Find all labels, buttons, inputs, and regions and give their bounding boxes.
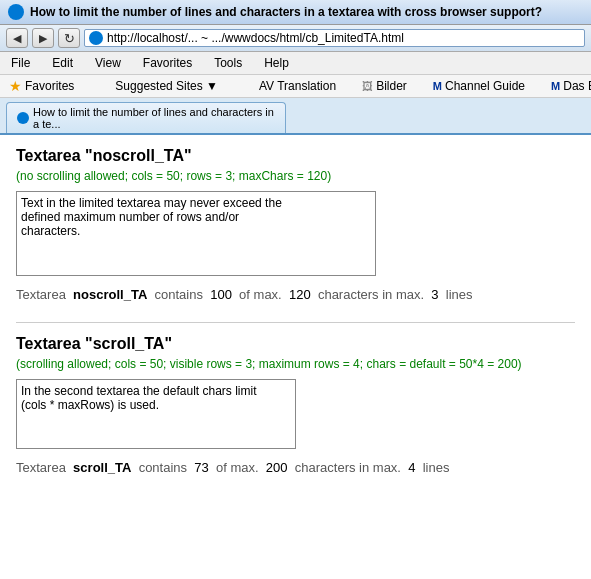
page-content: Textarea "noscroll_TA" (no scrolling all… — [0, 135, 591, 544]
fav-bilder-label: Bilder — [376, 79, 407, 93]
channel-icon: M — [433, 80, 442, 92]
refresh-button[interactable]: ↻ — [58, 28, 80, 48]
menu-favorites[interactable]: Favorites — [140, 54, 195, 72]
bilder-icon: 🖼 — [362, 80, 373, 92]
ie-icon — [8, 4, 24, 20]
das-beste-icon: M — [551, 80, 560, 92]
browser-tab[interactable]: How to limit the number of lines and cha… — [6, 102, 286, 133]
noscroll-chars-label: characters in max. — [318, 287, 424, 302]
scroll-max-chars: 200 — [266, 460, 288, 475]
scroll-desc: (scrolling allowed; cols = 50; visible r… — [16, 357, 575, 371]
noscroll-status-prefix: Textarea — [16, 287, 66, 302]
fav-suggested-label: Suggested Sites ▼ — [115, 79, 218, 93]
menu-view[interactable]: View — [92, 54, 124, 72]
scroll-status-verb: contains — [139, 460, 187, 475]
star-icon: ★ — [9, 78, 22, 94]
fav-channel[interactable]: M Channel Guide — [430, 78, 528, 94]
tab-bar: How to limit the number of lines and cha… — [0, 98, 591, 135]
menu-file[interactable]: File — [8, 54, 33, 72]
nav-bar: ◀ ▶ ↻ http://localhost/... ~ .../wwwdocs… — [0, 25, 591, 52]
ie-fav-icon-2 — [244, 80, 256, 92]
ie-address-icon — [89, 31, 103, 45]
noscroll-status: Textarea noscroll_TA contains 100 of max… — [16, 287, 575, 302]
scroll-status-name: scroll_TA — [73, 460, 131, 475]
forward-button[interactable]: ▶ — [32, 28, 54, 48]
menu-help[interactable]: Help — [261, 54, 292, 72]
address-text: http://localhost/... ~ .../wwwdocs/html/… — [107, 31, 404, 45]
scroll-of-max: of max. — [216, 460, 259, 475]
fav-label: Favorites — [25, 79, 74, 93]
noscroll-status-verb: contains — [155, 287, 203, 302]
noscroll-status-name: noscroll_TA — [73, 287, 147, 302]
divider-1 — [16, 322, 575, 323]
scroll-max-lines: 4 — [408, 460, 415, 475]
menu-edit[interactable]: Edit — [49, 54, 76, 72]
scroll-status-prefix: Textarea — [16, 460, 66, 475]
menu-bar: File Edit View Favorites Tools Help — [0, 52, 591, 75]
ie-fav-icon — [100, 80, 112, 92]
noscroll-lines-label: lines — [446, 287, 473, 302]
menu-tools[interactable]: Tools — [211, 54, 245, 72]
scroll-lines-label: lines — [423, 460, 450, 475]
noscroll-max-chars: 120 — [289, 287, 311, 302]
scroll-count: 73 — [194, 460, 208, 475]
noscroll-of-max: of max. — [239, 287, 282, 302]
noscroll-textarea[interactable]: Text in the limited textarea may never e… — [16, 191, 376, 276]
tab-ie-icon — [17, 112, 29, 124]
noscroll-title: Textarea "noscroll_TA" — [16, 147, 575, 165]
fav-das-beste-label: Das Beste i — [563, 79, 591, 93]
scroll-title: Textarea "scroll_TA" — [16, 335, 575, 353]
noscroll-desc: (no scrolling allowed; cols = 50; rows =… — [16, 169, 575, 183]
tab-label: How to limit the number of lines and cha… — [33, 106, 275, 130]
scroll-chars-label: characters in max. — [295, 460, 401, 475]
fav-bilder[interactable]: 🖼 Bilder — [359, 78, 410, 94]
noscroll-max-lines: 3 — [431, 287, 438, 302]
scroll-status: Textarea scroll_TA contains 73 of max. 2… — [16, 460, 575, 475]
section-scroll: Textarea "scroll_TA" (scrolling allowed;… — [16, 335, 575, 475]
window-title: How to limit the number of lines and cha… — [30, 5, 542, 19]
fav-av-label: AV Translation — [259, 79, 336, 93]
fav-suggested[interactable]: Suggested Sites ▼ — [97, 78, 221, 94]
fav-das-beste[interactable]: M Das Beste i — [548, 78, 591, 94]
fav-favorites[interactable]: ★ Favorites — [6, 77, 77, 95]
title-bar: How to limit the number of lines and cha… — [0, 0, 591, 25]
back-button[interactable]: ◀ — [6, 28, 28, 48]
fav-av-translation[interactable]: AV Translation — [241, 78, 339, 94]
address-bar[interactable]: http://localhost/... ~ .../wwwdocs/html/… — [84, 29, 585, 47]
fav-channel-label: Channel Guide — [445, 79, 525, 93]
scroll-textarea[interactable]: In the second textarea the default chars… — [16, 379, 296, 449]
section-noscroll: Textarea "noscroll_TA" (no scrolling all… — [16, 147, 575, 302]
favorites-bar: ★ Favorites Suggested Sites ▼ AV Transla… — [0, 75, 591, 98]
noscroll-count: 100 — [210, 287, 232, 302]
